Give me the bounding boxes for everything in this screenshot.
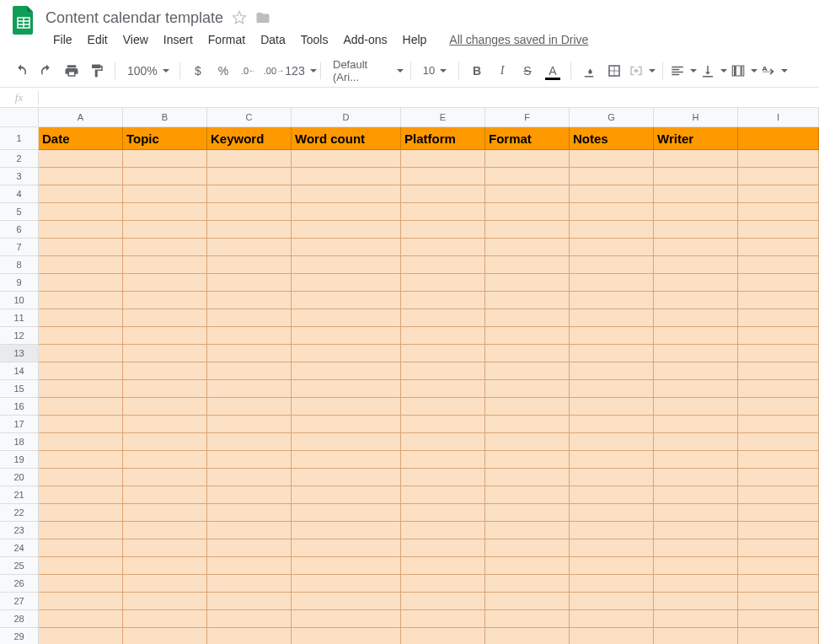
cell-f22[interactable] bbox=[485, 504, 570, 522]
cell-f5[interactable] bbox=[485, 203, 570, 221]
cell-d29[interactable] bbox=[292, 628, 401, 644]
cell-f2[interactable] bbox=[485, 150, 570, 168]
folder-icon[interactable] bbox=[255, 10, 270, 25]
cell-b21[interactable] bbox=[123, 486, 207, 504]
cell-c7[interactable] bbox=[207, 239, 292, 256]
cell-i2[interactable] bbox=[738, 150, 819, 168]
col-header-c[interactable]: C bbox=[207, 108, 292, 127]
cell-b20[interactable] bbox=[123, 469, 207, 486]
cell-h4[interactable] bbox=[654, 185, 738, 203]
cell-h24[interactable] bbox=[654, 539, 738, 557]
cell-a20[interactable] bbox=[39, 469, 123, 486]
cell-c4[interactable] bbox=[207, 185, 292, 203]
row-header[interactable]: 29 bbox=[0, 628, 39, 644]
select-all-corner[interactable] bbox=[0, 108, 39, 127]
cell-d11[interactable] bbox=[292, 309, 401, 327]
fill-color-button[interactable] bbox=[578, 60, 600, 82]
cell-i14[interactable] bbox=[738, 362, 819, 380]
cell-a2[interactable] bbox=[39, 150, 123, 168]
cell-b2[interactable] bbox=[123, 150, 207, 168]
cell-h21[interactable] bbox=[654, 486, 738, 504]
cell-e3[interactable] bbox=[401, 168, 485, 185]
cell-d9[interactable] bbox=[292, 274, 401, 292]
cell-b12[interactable] bbox=[123, 327, 207, 345]
row-header[interactable]: 25 bbox=[0, 557, 39, 575]
cell-c25[interactable] bbox=[207, 557, 292, 575]
cell-e17[interactable] bbox=[401, 416, 485, 433]
cell-g3[interactable] bbox=[570, 168, 654, 185]
cell-c11[interactable] bbox=[207, 309, 292, 327]
cell-e7[interactable] bbox=[401, 239, 485, 256]
cell-g12[interactable] bbox=[570, 327, 654, 345]
bold-button[interactable]: B bbox=[466, 60, 488, 82]
cell-d17[interactable] bbox=[292, 416, 401, 433]
horizontal-align-button[interactable] bbox=[670, 60, 697, 82]
number-format-dropdown[interactable]: 123 bbox=[288, 60, 313, 82]
col-header-d[interactable]: D bbox=[292, 108, 401, 127]
row-header[interactable]: 14 bbox=[0, 362, 39, 380]
cell-e15[interactable] bbox=[401, 380, 485, 398]
cell-h8[interactable] bbox=[654, 256, 738, 274]
row-header[interactable]: 6 bbox=[0, 221, 39, 239]
cell-a26[interactable] bbox=[39, 575, 123, 593]
text-wrap-button[interactable] bbox=[731, 60, 757, 82]
menu-file[interactable]: File bbox=[46, 30, 80, 50]
cell-b7[interactable] bbox=[123, 239, 207, 256]
cell-i26[interactable] bbox=[738, 575, 819, 593]
cell-d2[interactable] bbox=[292, 150, 401, 168]
cell-g5[interactable] bbox=[570, 203, 654, 221]
cell-e19[interactable] bbox=[401, 451, 485, 469]
cell-g11[interactable] bbox=[570, 309, 654, 327]
cell-i1[interactable] bbox=[738, 127, 819, 150]
cell-g24[interactable] bbox=[570, 539, 654, 557]
cell-f28[interactable] bbox=[485, 610, 570, 628]
cell-c21[interactable] bbox=[207, 486, 292, 504]
cell-d25[interactable] bbox=[292, 557, 401, 575]
font-dropdown[interactable]: Default (Ari... bbox=[328, 60, 404, 82]
cell-h23[interactable] bbox=[654, 522, 738, 539]
cell-c17[interactable] bbox=[207, 416, 292, 433]
cell-d27[interactable] bbox=[292, 593, 401, 610]
cell-f21[interactable] bbox=[485, 486, 570, 504]
cell-g10[interactable] bbox=[570, 292, 654, 309]
cell-a1[interactable]: Date bbox=[39, 127, 123, 150]
cell-f24[interactable] bbox=[485, 539, 570, 557]
cell-c27[interactable] bbox=[207, 593, 292, 610]
cell-h6[interactable] bbox=[654, 221, 738, 239]
cell-i19[interactable] bbox=[738, 451, 819, 469]
cell-g29[interactable] bbox=[570, 628, 654, 644]
cell-b17[interactable] bbox=[123, 416, 207, 433]
cell-i15[interactable] bbox=[738, 380, 819, 398]
sheets-logo[interactable] bbox=[7, 3, 40, 37]
cell-c20[interactable] bbox=[207, 469, 292, 486]
cell-d7[interactable] bbox=[292, 239, 401, 256]
row-header[interactable]: 28 bbox=[0, 610, 39, 628]
row-header[interactable]: 21 bbox=[0, 486, 39, 504]
cell-g18[interactable] bbox=[570, 433, 654, 451]
cell-i25[interactable] bbox=[738, 557, 819, 575]
cell-h18[interactable] bbox=[654, 433, 738, 451]
currency-button[interactable]: $ bbox=[187, 60, 209, 82]
col-header-a[interactable]: A bbox=[39, 108, 123, 127]
cell-e22[interactable] bbox=[401, 504, 485, 522]
percent-button[interactable]: % bbox=[212, 60, 234, 82]
cell-e14[interactable] bbox=[401, 362, 485, 380]
vertical-align-button[interactable] bbox=[700, 60, 727, 82]
cell-e2[interactable] bbox=[401, 150, 485, 168]
cell-d23[interactable] bbox=[292, 522, 401, 539]
cell-h22[interactable] bbox=[654, 504, 738, 522]
cell-d14[interactable] bbox=[292, 362, 401, 380]
cell-c1[interactable]: Keyword bbox=[207, 127, 292, 150]
cell-a13[interactable] bbox=[39, 345, 123, 362]
cell-b28[interactable] bbox=[123, 610, 207, 628]
cell-c13[interactable] bbox=[207, 345, 292, 362]
save-status[interactable]: All changes saved in Drive bbox=[449, 33, 588, 46]
cell-e23[interactable] bbox=[401, 522, 485, 539]
cell-b16[interactable] bbox=[123, 398, 207, 416]
cell-h14[interactable] bbox=[654, 362, 738, 380]
cell-h2[interactable] bbox=[654, 150, 738, 168]
cell-b14[interactable] bbox=[123, 362, 207, 380]
col-header-i[interactable]: I bbox=[738, 108, 819, 127]
cell-b1[interactable]: Topic bbox=[123, 127, 207, 150]
cell-e11[interactable] bbox=[401, 309, 485, 327]
